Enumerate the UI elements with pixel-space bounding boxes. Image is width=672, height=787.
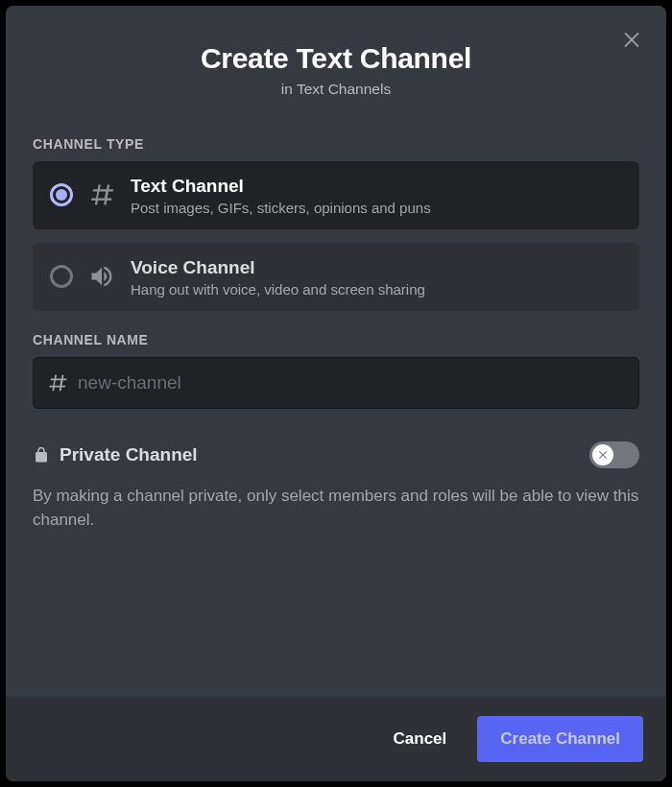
channel-name-label: CHANNEL NAME bbox=[33, 332, 639, 347]
private-title: Private Channel bbox=[60, 444, 198, 465]
option-title: Text Channel bbox=[131, 175, 622, 198]
option-desc: Hang out with voice, video and screen sh… bbox=[131, 281, 622, 298]
option-text-voice: Voice Channel Hang out with voice, video… bbox=[131, 256, 622, 298]
private-toggle[interactable] bbox=[589, 441, 639, 468]
close-icon bbox=[620, 27, 643, 54]
modal-footer: Cancel Create Channel bbox=[6, 697, 666, 781]
create-channel-modal: Create Text Channel in Text Channels CHA… bbox=[6, 6, 666, 781]
private-description: By making a channel private, only select… bbox=[33, 484, 639, 533]
radio-voice[interactable] bbox=[50, 265, 73, 288]
channel-name-input[interactable] bbox=[78, 372, 625, 394]
channel-name-field-wrap[interactable] bbox=[33, 357, 639, 409]
option-title: Voice Channel bbox=[131, 256, 622, 279]
option-text-text: Text Channel Post images, GIFs, stickers… bbox=[131, 175, 622, 216]
radio-text[interactable] bbox=[50, 183, 73, 206]
option-desc: Post images, GIFs, stickers, opinions an… bbox=[131, 200, 622, 216]
modal-title: Create Text Channel bbox=[29, 42, 643, 75]
channel-type-text[interactable]: Text Channel Post images, GIFs, stickers… bbox=[33, 161, 639, 229]
private-channel-row: Private Channel bbox=[33, 441, 639, 468]
modal-body: CHANNEL TYPE Text Channel Post images, G… bbox=[6, 106, 666, 697]
hash-icon bbox=[47, 372, 68, 394]
close-button[interactable] bbox=[618, 27, 645, 54]
speaker-icon bbox=[88, 263, 115, 290]
channel-type-label: CHANNEL TYPE bbox=[33, 136, 639, 152]
hash-icon bbox=[88, 181, 115, 208]
create-channel-button[interactable]: Create Channel bbox=[477, 716, 643, 762]
cancel-button[interactable]: Cancel bbox=[372, 718, 468, 760]
toggle-knob bbox=[592, 444, 613, 465]
lock-icon bbox=[33, 446, 50, 464]
modal-subtitle: in Text Channels bbox=[29, 81, 643, 98]
modal-header: Create Text Channel in Text Channels bbox=[6, 6, 666, 106]
private-left: Private Channel bbox=[33, 444, 198, 465]
channel-type-voice[interactable]: Voice Channel Hang out with voice, video… bbox=[33, 243, 639, 311]
